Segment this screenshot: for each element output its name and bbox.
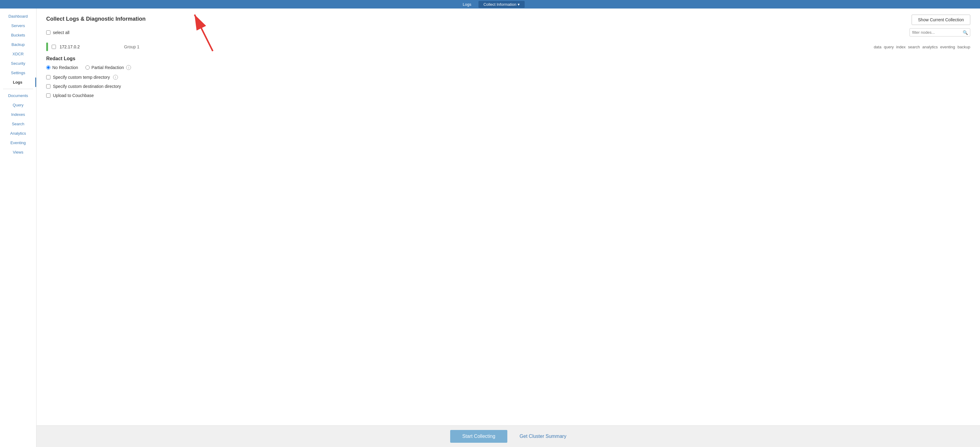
search-icon: 🔍 <box>963 30 968 35</box>
sidebar-item-query[interactable]: Query <box>0 100 36 110</box>
node-group: Group 1 <box>124 45 148 49</box>
sidebar-item-settings[interactable]: Settings <box>0 68 36 78</box>
select-all-label: select all <box>53 30 69 35</box>
sidebar-item-eventing[interactable]: Eventing <box>0 138 36 148</box>
get-cluster-summary-link[interactable]: Get Cluster Summary <box>520 434 566 439</box>
top-nav: Logs Collect Information ▾ <box>0 0 980 8</box>
sidebar-item-views[interactable]: Views <box>0 148 36 157</box>
custom-temp-info-icon[interactable]: i <box>113 75 118 80</box>
custom-dest-checkbox[interactable] <box>46 84 51 89</box>
page-title: Collect Logs & Diagnostic Information <box>46 16 970 22</box>
redact-logs-section: Redact Logs No Redaction Partial Redacti… <box>46 56 970 98</box>
nav-collect-information[interactable]: Collect Information ▾ <box>479 1 524 8</box>
upload-couchbase-label: Upload to Couchbase <box>53 93 94 98</box>
service-index: index <box>896 45 905 49</box>
bottom-bar: Start Collecting Get Cluster Summary <box>37 425 980 447</box>
nav-logs[interactable]: Logs <box>455 1 479 8</box>
node-checkbox[interactable] <box>52 45 56 49</box>
content-inner: Collect Logs & Diagnostic Information Sh… <box>37 8 980 425</box>
main-layout: Dashboard Servers Buckets Backup XDCR Se… <box>0 8 980 447</box>
partial-redaction-radio[interactable] <box>86 65 90 70</box>
custom-dest-option[interactable]: Specify custom destination directory <box>46 84 970 89</box>
sidebar: Dashboard Servers Buckets Backup XDCR Se… <box>0 8 37 447</box>
sidebar-divider <box>3 89 33 89</box>
partial-redaction-info-icon[interactable]: i <box>126 65 131 70</box>
show-collection-button[interactable]: Show Current Collection <box>912 14 970 25</box>
sidebar-item-backup[interactable]: Backup <box>0 40 36 49</box>
partial-redaction-label: Partial Redaction <box>92 65 124 70</box>
no-redaction-label: No Redaction <box>52 65 78 70</box>
node-row: 172.17.0.2 Group 1 data query index sear… <box>46 43 970 51</box>
service-eventing: eventing <box>940 45 955 49</box>
sidebar-item-analytics[interactable]: Analytics <box>0 129 36 138</box>
sidebar-item-dashboard[interactable]: Dashboard <box>0 11 36 21</box>
service-backup: backup <box>958 45 970 49</box>
sidebar-item-xdcr[interactable]: XDCR <box>0 49 36 59</box>
select-all-row: select all <box>46 30 69 35</box>
service-search: search <box>908 45 920 49</box>
sidebar-item-logs[interactable]: Logs <box>0 78 36 87</box>
redact-logs-title: Redact Logs <box>46 56 970 61</box>
custom-temp-option[interactable]: Specify custom temp directory i <box>46 75 970 80</box>
node-ip: 172.17.0.2 <box>60 45 96 49</box>
upload-couchbase-option[interactable]: Upload to Couchbase <box>46 93 970 98</box>
collect-info-label: Collect Information <box>483 2 516 7</box>
upload-couchbase-checkbox[interactable] <box>46 93 51 98</box>
custom-temp-checkbox[interactable] <box>46 75 51 80</box>
sidebar-item-documents[interactable]: Documents <box>0 91 36 100</box>
node-status-indicator <box>46 43 48 51</box>
no-redaction-radio[interactable] <box>46 65 51 70</box>
dropdown-arrow-icon: ▾ <box>518 2 520 7</box>
partial-redaction-option[interactable]: Partial Redaction i <box>86 65 131 70</box>
service-analytics: analytics <box>922 45 938 49</box>
sidebar-item-security[interactable]: Security <box>0 59 36 68</box>
redact-options: No Redaction Partial Redaction i <box>46 65 970 70</box>
sidebar-item-servers[interactable]: Servers <box>0 21 36 30</box>
custom-temp-label: Specify custom temp directory <box>53 75 110 80</box>
select-all-checkbox[interactable] <box>46 30 51 35</box>
start-collecting-button[interactable]: Start Collecting <box>450 430 508 443</box>
no-redaction-option[interactable]: No Redaction <box>46 65 78 70</box>
nodes-section: select all 🔍 172.17.0.2 Group 1 data <box>46 28 970 51</box>
content-area: Collect Logs & Diagnostic Information Sh… <box>37 8 980 447</box>
sidebar-item-buckets[interactable]: Buckets <box>0 30 36 40</box>
service-data: data <box>873 45 881 49</box>
node-services: data query index search analytics eventi… <box>873 45 970 49</box>
custom-dest-label: Specify custom destination directory <box>53 84 121 89</box>
filter-nodes-row: 🔍 <box>910 28 970 37</box>
sidebar-item-indexes[interactable]: Indexes <box>0 110 36 119</box>
service-query: query <box>884 45 894 49</box>
sidebar-item-search[interactable]: Search <box>0 119 36 129</box>
filter-nodes-input[interactable] <box>910 28 970 37</box>
